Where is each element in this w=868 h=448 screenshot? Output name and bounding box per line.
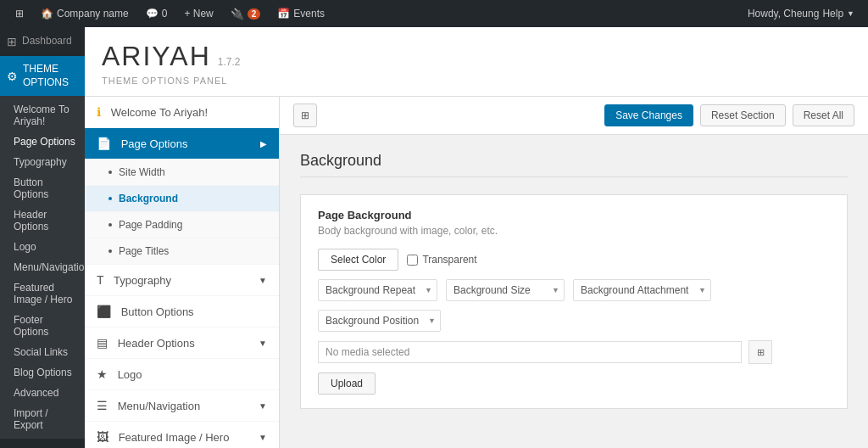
transparent-checkbox[interactable]	[407, 255, 418, 266]
comments-button[interactable]: 💬 0	[137, 0, 176, 27]
nav-welcome[interactable]: ℹ Welcome To Ariyah!	[85, 97, 279, 128]
nav-page-options[interactable]: 📄 Page Options ▶	[85, 128, 279, 160]
theme-title: ARIYAH	[102, 41, 211, 72]
media-field: ⊞	[318, 340, 830, 364]
submenu-menu-navigation[interactable]: Menu/Navigation	[0, 257, 85, 277]
submenu-typography[interactable]: Typography	[0, 152, 85, 172]
theme-header: ARIYAH 1.7.2 THEME OPTIONS PANEL	[85, 27, 868, 97]
posts-menu-item[interactable]: ✎ Posts	[0, 439, 85, 448]
nav-button-options-label: Button Options	[121, 305, 194, 318]
submenu-welcome[interactable]: Welcome To Ariyah!	[0, 99, 85, 132]
theme-options-submenu: Welcome To Ariyah! Page Options Typograp…	[0, 96, 85, 439]
company-name-label: Company name	[57, 8, 129, 20]
new-content-button[interactable]: + New	[175, 0, 221, 27]
select-color-button[interactable]: Select Color	[318, 249, 398, 271]
featured-image-arrow-icon: ▼	[259, 433, 267, 442]
nav-page-padding[interactable]: Page Padding	[85, 212, 279, 238]
plugin-icon: 🔌	[231, 8, 244, 20]
events-button[interactable]: 📅 Events	[269, 0, 333, 27]
theme-options-menu-item[interactable]: ⚙ THEME OPTIONS	[0, 56, 85, 96]
theme-options-icon: ⚙	[7, 69, 18, 84]
page-background-title: Page Background	[318, 209, 830, 221]
background-size-select[interactable]: Background Size cover contain auto	[446, 279, 565, 301]
nav-background[interactable]: Background	[85, 186, 279, 212]
upload-button[interactable]: Upload	[318, 372, 376, 395]
info-icon: ℹ	[97, 105, 101, 119]
save-changes-button[interactable]: Save Changes	[604, 104, 693, 126]
grid-view-button[interactable]: ⊞	[293, 104, 317, 127]
nav-site-width[interactable]: Site Width	[85, 160, 279, 186]
nav-featured-image-label: Featured Image / Hero	[119, 431, 230, 444]
browse-icon: ⊞	[757, 347, 765, 358]
reset-section-button[interactable]: Reset Section	[700, 104, 786, 126]
menu-navigation-arrow-icon: ▼	[259, 401, 267, 411]
background-repeat-select[interactable]: Background Repeat no-repeat repeat repea…	[318, 279, 437, 301]
typography-arrow-icon: ▼	[259, 276, 267, 285]
admin-menu: ⊞ Dashboard ⚙ THEME OPTIONS Welcome To A…	[0, 27, 85, 448]
nav-logo[interactable]: ★ Logo	[85, 359, 279, 390]
nav-logo-label: Logo	[118, 368, 142, 381]
new-label: + New	[184, 8, 213, 20]
nav-page-titles[interactable]: Page Titles	[85, 238, 279, 265]
submenu-header-options[interactable]: Header Options	[0, 204, 85, 237]
options-content: Background Page Background Body backgrou…	[280, 135, 868, 440]
nav-page-padding-label: Page Padding	[119, 219, 182, 231]
submenu-logo[interactable]: Logo	[0, 237, 85, 257]
logo-icon: ★	[97, 367, 108, 381]
background-position-select[interactable]: Background Position center center center…	[318, 310, 441, 332]
grid-icon: ⊞	[301, 109, 309, 121]
nav-menu-navigation[interactable]: ☰ Menu/Navigation ▼	[85, 390, 279, 422]
header-options-icon: ▤	[97, 336, 108, 350]
reset-all-button[interactable]: Reset All	[793, 104, 854, 126]
nav-background-label: Background	[119, 193, 178, 204]
submenu-footer-options[interactable]: Footer Options	[0, 310, 85, 342]
dashboard-label: Dashboard	[22, 35, 72, 48]
help-button[interactable]: Help	[822, 8, 843, 20]
home-icon: 🏠	[41, 8, 53, 20]
plugin-badge: 2	[248, 8, 261, 20]
page-background-group: Page Background Body background with ima…	[300, 194, 848, 409]
nav-header-options[interactable]: ▤ Header Options ▼	[85, 328, 279, 359]
media-input[interactable]	[318, 341, 742, 363]
background-repeat-wrapper: Background Repeat no-repeat repeat repea…	[318, 279, 437, 301]
calendar-icon: 📅	[277, 8, 290, 20]
nav-typography-label: Typography	[114, 274, 171, 287]
nav-welcome-label: Welcome To Ariyah!	[111, 106, 208, 119]
submenu-advanced[interactable]: Advanced	[0, 383, 85, 403]
plugins-button[interactable]: 🔌 2	[222, 0, 270, 27]
nav-button-options[interactable]: ⬛ Button Options	[85, 296, 279, 328]
nav-featured-image[interactable]: 🖼 Featured Image / Hero ▼	[85, 422, 279, 448]
header-options-arrow-icon: ▼	[259, 339, 267, 348]
nav-menu-navigation-label: Menu/Navigation	[118, 400, 201, 412]
submenu-page-options[interactable]: Page Options	[0, 132, 85, 152]
submenu-import-export[interactable]: Import / Export	[0, 403, 85, 435]
submenu-social-links[interactable]: Social Links	[0, 342, 85, 362]
wp-logo-icon: ⊞	[15, 8, 24, 20]
submenu-blog-options[interactable]: Blog Options	[0, 362, 85, 383]
background-attachment-select[interactable]: Background Attachment scroll fixed local	[573, 279, 711, 301]
menu-navigation-icon: ☰	[97, 399, 108, 412]
page-background-desc: Body background with image, color, etc.	[318, 225, 830, 237]
media-browse-button[interactable]: ⊞	[748, 340, 772, 364]
wp-logo-button[interactable]: ⊞	[7, 0, 32, 27]
comment-count: 0	[162, 8, 168, 20]
background-size-wrapper: Background Size cover contain auto	[446, 279, 565, 301]
nav-header-options-label: Header Options	[118, 337, 195, 350]
typography-icon: T	[97, 273, 104, 287]
company-name-button[interactable]: 🏠 Company name	[32, 0, 137, 27]
featured-image-icon: 🖼	[97, 430, 108, 444]
nav-typography[interactable]: T Typography ▼	[85, 265, 279, 296]
button-options-icon: ⬛	[97, 305, 111, 318]
howdy-label: Howdy, Cheung	[748, 8, 820, 20]
nav-page-titles-label: Page Titles	[119, 245, 169, 257]
page-options-arrow-icon: ▶	[260, 139, 267, 148]
comment-icon: 💬	[146, 8, 159, 20]
background-attachment-wrapper: Background Attachment scroll fixed local	[573, 279, 711, 301]
theme-version: 1.7.2	[218, 56, 241, 68]
theme-options-label: THEME OPTIONS	[23, 63, 78, 89]
submenu-button-options[interactable]: Button Options	[0, 172, 85, 204]
nav-site-width-label: Site Width	[119, 166, 165, 178]
dashboard-icon: ⊞	[7, 34, 17, 49]
dashboard-menu-item[interactable]: ⊞ Dashboard	[0, 27, 85, 56]
submenu-featured-image[interactable]: Featured Image / Hero	[0, 277, 85, 310]
